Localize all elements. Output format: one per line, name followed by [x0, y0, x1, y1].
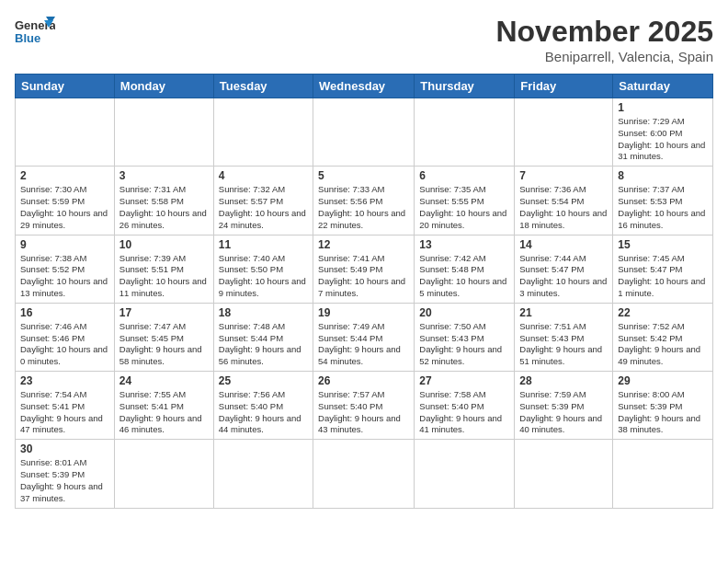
day-cell-5-0: 30Sunrise: 8:01 AM Sunset: 5:39 PM Dayli…	[16, 440, 115, 508]
day-info: Sunrise: 7:40 AM Sunset: 5:50 PM Dayligh…	[219, 253, 308, 300]
day-cell-5-4	[415, 440, 515, 508]
day-cell-0-0	[16, 98, 115, 167]
day-cell-5-2	[213, 440, 313, 508]
day-cell-4-5: 28Sunrise: 7:59 AM Sunset: 5:39 PM Dayli…	[515, 372, 613, 440]
day-number: 28	[519, 374, 608, 387]
day-cell-3-0: 16Sunrise: 7:46 AM Sunset: 5:46 PM Dayli…	[16, 303, 115, 371]
day-number: 14	[519, 238, 608, 251]
day-cell-2-0: 9Sunrise: 7:38 AM Sunset: 5:52 PM Daylig…	[16, 235, 115, 303]
day-info: Sunrise: 7:37 AM Sunset: 5:53 PM Dayligh…	[618, 184, 708, 231]
day-number: 6	[419, 169, 509, 182]
day-info: Sunrise: 8:00 AM Sunset: 5:39 PM Dayligh…	[618, 389, 708, 436]
day-info: Sunrise: 7:46 AM Sunset: 5:46 PM Dayligh…	[20, 321, 109, 368]
day-number: 5	[318, 169, 409, 182]
day-cell-2-4: 13Sunrise: 7:42 AM Sunset: 5:48 PM Dayli…	[415, 235, 515, 303]
calendar-header-row: SundayMondayTuesdayWednesdayThursdayFrid…	[16, 75, 713, 98]
day-cell-0-6: 1Sunrise: 7:29 AM Sunset: 6:00 PM Daylig…	[613, 98, 713, 167]
day-info: Sunrise: 7:57 AM Sunset: 5:40 PM Dayligh…	[318, 389, 409, 436]
day-cell-2-3: 12Sunrise: 7:41 AM Sunset: 5:49 PM Dayli…	[313, 235, 415, 303]
day-info: Sunrise: 7:39 AM Sunset: 5:51 PM Dayligh…	[119, 253, 209, 300]
day-cell-1-3: 5Sunrise: 7:33 AM Sunset: 5:56 PM Daylig…	[313, 167, 415, 235]
day-number: 4	[219, 169, 308, 182]
week-row-1: 1Sunrise: 7:29 AM Sunset: 6:00 PM Daylig…	[16, 98, 713, 167]
location: Beniparrell, Valencia, Spain	[495, 49, 713, 64]
day-info: Sunrise: 7:35 AM Sunset: 5:55 PM Dayligh…	[419, 184, 509, 231]
week-row-4: 16Sunrise: 7:46 AM Sunset: 5:46 PM Dayli…	[16, 303, 713, 371]
day-info: Sunrise: 7:56 AM Sunset: 5:40 PM Dayligh…	[219, 389, 308, 436]
day-info: Sunrise: 7:41 AM Sunset: 5:49 PM Dayligh…	[318, 253, 409, 300]
day-cell-1-6: 8Sunrise: 7:37 AM Sunset: 5:53 PM Daylig…	[613, 167, 713, 235]
day-number: 10	[119, 238, 209, 251]
day-info: Sunrise: 7:36 AM Sunset: 5:54 PM Dayligh…	[519, 184, 608, 231]
day-info: Sunrise: 7:31 AM Sunset: 5:58 PM Dayligh…	[119, 184, 209, 231]
day-number: 25	[219, 374, 308, 387]
day-number: 13	[419, 238, 509, 251]
day-number: 18	[219, 306, 308, 319]
day-info: Sunrise: 7:32 AM Sunset: 5:57 PM Dayligh…	[219, 184, 308, 231]
header: General Blue November 2025 Beniparrell, …	[15, 15, 713, 64]
day-info: Sunrise: 7:47 AM Sunset: 5:45 PM Dayligh…	[119, 321, 209, 368]
day-cell-5-5	[515, 440, 613, 508]
logo-svg: General Blue	[15, 15, 55, 52]
day-cell-0-2	[213, 98, 313, 167]
day-info: Sunrise: 7:45 AM Sunset: 5:47 PM Dayligh…	[618, 253, 708, 300]
week-row-3: 9Sunrise: 7:38 AM Sunset: 5:52 PM Daylig…	[16, 235, 713, 303]
day-info: Sunrise: 7:51 AM Sunset: 5:43 PM Dayligh…	[519, 321, 608, 368]
day-number: 16	[20, 306, 109, 319]
day-info: Sunrise: 7:33 AM Sunset: 5:56 PM Dayligh…	[318, 184, 409, 231]
title-block: November 2025 Beniparrell, Valencia, Spa…	[495, 15, 713, 64]
calendar-table: SundayMondayTuesdayWednesdayThursdayFrid…	[15, 74, 713, 509]
day-number: 24	[119, 374, 209, 387]
day-info: Sunrise: 7:29 AM Sunset: 6:00 PM Dayligh…	[618, 116, 708, 163]
header-thursday: Thursday	[415, 75, 515, 98]
day-info: Sunrise: 8:01 AM Sunset: 5:39 PM Dayligh…	[20, 457, 109, 504]
week-row-5: 23Sunrise: 7:54 AM Sunset: 5:41 PM Dayli…	[16, 372, 713, 440]
day-number: 23	[20, 374, 109, 387]
day-number: 15	[618, 238, 708, 251]
day-info: Sunrise: 7:48 AM Sunset: 5:44 PM Dayligh…	[219, 321, 308, 368]
day-number: 29	[618, 374, 708, 387]
day-cell-4-2: 25Sunrise: 7:56 AM Sunset: 5:40 PM Dayli…	[213, 372, 313, 440]
day-cell-1-5: 7Sunrise: 7:36 AM Sunset: 5:54 PM Daylig…	[515, 167, 613, 235]
day-number: 9	[20, 238, 109, 251]
header-saturday: Saturday	[613, 75, 713, 98]
svg-text:Blue: Blue	[15, 31, 40, 45]
day-number: 26	[318, 374, 409, 387]
header-wednesday: Wednesday	[313, 75, 415, 98]
day-cell-0-5	[515, 98, 613, 167]
day-info: Sunrise: 7:49 AM Sunset: 5:44 PM Dayligh…	[318, 321, 409, 368]
day-number: 30	[20, 442, 109, 455]
day-cell-4-0: 23Sunrise: 7:54 AM Sunset: 5:41 PM Dayli…	[16, 372, 115, 440]
day-cell-1-2: 4Sunrise: 7:32 AM Sunset: 5:57 PM Daylig…	[213, 167, 313, 235]
day-info: Sunrise: 7:50 AM Sunset: 5:43 PM Dayligh…	[419, 321, 509, 368]
header-friday: Friday	[515, 75, 613, 98]
day-number: 3	[119, 169, 209, 182]
day-cell-0-3	[313, 98, 415, 167]
day-info: Sunrise: 7:38 AM Sunset: 5:52 PM Dayligh…	[20, 253, 109, 300]
day-number: 21	[519, 306, 608, 319]
day-cell-4-4: 27Sunrise: 7:58 AM Sunset: 5:40 PM Dayli…	[415, 372, 515, 440]
day-cell-3-5: 21Sunrise: 7:51 AM Sunset: 5:43 PM Dayli…	[515, 303, 613, 371]
day-cell-4-3: 26Sunrise: 7:57 AM Sunset: 5:40 PM Dayli…	[313, 372, 415, 440]
day-cell-1-0: 2Sunrise: 7:30 AM Sunset: 5:59 PM Daylig…	[16, 167, 115, 235]
day-info: Sunrise: 7:42 AM Sunset: 5:48 PM Dayligh…	[419, 253, 509, 300]
day-cell-3-4: 20Sunrise: 7:50 AM Sunset: 5:43 PM Dayli…	[415, 303, 515, 371]
day-cell-1-4: 6Sunrise: 7:35 AM Sunset: 5:55 PM Daylig…	[415, 167, 515, 235]
day-info: Sunrise: 7:54 AM Sunset: 5:41 PM Dayligh…	[20, 389, 109, 436]
day-cell-2-5: 14Sunrise: 7:44 AM Sunset: 5:47 PM Dayli…	[515, 235, 613, 303]
day-cell-4-1: 24Sunrise: 7:55 AM Sunset: 5:41 PM Dayli…	[114, 372, 213, 440]
day-cell-5-6	[613, 440, 713, 508]
day-cell-2-6: 15Sunrise: 7:45 AM Sunset: 5:47 PM Dayli…	[613, 235, 713, 303]
day-cell-0-4	[415, 98, 515, 167]
day-cell-0-1	[114, 98, 213, 167]
month-title: November 2025	[495, 15, 713, 49]
day-number: 20	[419, 306, 509, 319]
page: General Blue November 2025 Beniparrell, …	[0, 0, 728, 563]
day-info: Sunrise: 7:59 AM Sunset: 5:39 PM Dayligh…	[519, 389, 608, 436]
day-number: 17	[119, 306, 209, 319]
day-info: Sunrise: 7:30 AM Sunset: 5:59 PM Dayligh…	[20, 184, 109, 231]
day-cell-5-3	[313, 440, 415, 508]
logo: General Blue	[15, 15, 55, 52]
day-cell-3-2: 18Sunrise: 7:48 AM Sunset: 5:44 PM Dayli…	[213, 303, 313, 371]
day-cell-2-2: 11Sunrise: 7:40 AM Sunset: 5:50 PM Dayli…	[213, 235, 313, 303]
